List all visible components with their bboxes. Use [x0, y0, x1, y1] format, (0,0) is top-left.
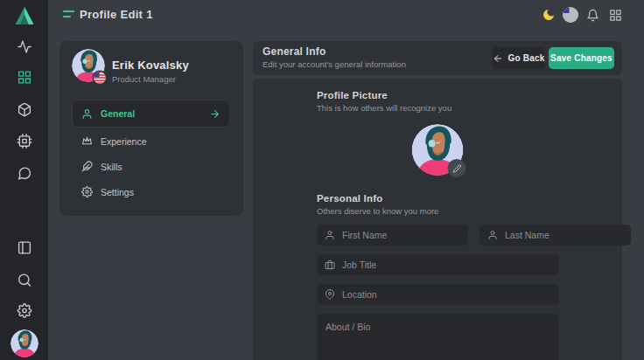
edit-avatar-button[interactable] — [448, 159, 466, 177]
main-header: General Info Edit your account's general… — [253, 41, 622, 75]
job-title-field — [317, 254, 559, 275]
profile-nav: General Experience Skills Settings — [72, 100, 230, 204]
personal-info-subtitle: Others diserve to know you more — [317, 206, 559, 216]
go-back-label: Go Back — [508, 53, 545, 63]
page-title: Profile Edit 1 — [80, 8, 153, 21]
personal-info-title: Personal Info — [317, 193, 559, 204]
profile-name: Erik Kovalsky — [112, 59, 189, 72]
section-title: General Info — [262, 45, 326, 58]
bell-icon[interactable] — [586, 9, 599, 22]
cpu-icon[interactable] — [17, 134, 32, 149]
briefcase-icon — [325, 260, 335, 270]
nav-item-label: General — [101, 108, 135, 119]
last-name-field — [480, 225, 631, 246]
profile-picture — [412, 124, 464, 176]
apps-grid-icon[interactable] — [609, 9, 622, 22]
package-box-icon[interactable] — [17, 102, 32, 117]
save-changes-label: Save Changes — [550, 53, 612, 63]
map-pin-icon — [325, 289, 335, 300]
arrow-right-icon — [209, 108, 220, 120]
about-bio-input[interactable] — [317, 314, 559, 360]
menu-toggle-icon[interactable] — [63, 10, 75, 19]
user-icon — [81, 108, 93, 120]
last-name-input[interactable] — [505, 230, 623, 240]
activity-icon[interactable] — [17, 39, 32, 54]
us-flag-icon[interactable] — [563, 7, 578, 23]
chat-bubble-icon[interactable] — [17, 166, 32, 181]
first-name-input[interactable] — [342, 230, 460, 240]
user-icon — [325, 230, 335, 240]
arrow-left-icon — [493, 53, 503, 64]
user-icon — [487, 230, 498, 240]
crown-icon — [81, 135, 93, 147]
moon-icon[interactable] — [542, 8, 556, 22]
gear-icon — [81, 186, 93, 197]
first-name-field — [317, 225, 468, 246]
profile-picture-title: Profile Picture — [317, 90, 559, 100]
profile-card: Erik Kovalsky Product Manager General Ex… — [60, 41, 243, 216]
nav-item-settings[interactable]: Settings — [72, 179, 230, 204]
nav-item-general[interactable]: General — [72, 100, 230, 128]
user-avatar[interactable] — [10, 329, 38, 357]
nav-item-label: Experience — [101, 136, 147, 147]
profile-picture-subtitle: This is how others will recognize you — [317, 103, 559, 113]
dashboard-grid-icon[interactable] — [17, 70, 32, 85]
profile-role: Product Manager — [112, 74, 176, 84]
pencil-icon — [452, 164, 461, 173]
personal-info-form — [317, 225, 559, 360]
us-flag-badge-icon — [94, 72, 106, 84]
save-changes-button[interactable]: Save Changes — [549, 47, 614, 69]
location-input[interactable] — [342, 289, 551, 300]
job-title-input[interactable] — [342, 260, 551, 270]
section-subtitle: Edit your account's general information — [262, 59, 406, 69]
nav-item-label: Settings — [101, 187, 134, 197]
nav-item-label: Skills — [101, 162, 122, 172]
search-icon[interactable] — [17, 273, 32, 287]
gear-icon[interactable] — [17, 303, 32, 318]
go-back-button[interactable]: Go Back — [492, 47, 545, 69]
icon-rail — [0, 0, 48, 360]
general-info-panel: Profile Picture This is how others will … — [253, 79, 622, 360]
layout-panel-icon[interactable] — [17, 240, 32, 255]
feather-icon — [81, 161, 93, 172]
app-logo-icon[interactable] — [14, 6, 34, 25]
nav-item-skills[interactable]: Skills — [72, 154, 230, 179]
location-field — [317, 284, 559, 305]
nav-item-experience[interactable]: Experience — [72, 128, 230, 154]
